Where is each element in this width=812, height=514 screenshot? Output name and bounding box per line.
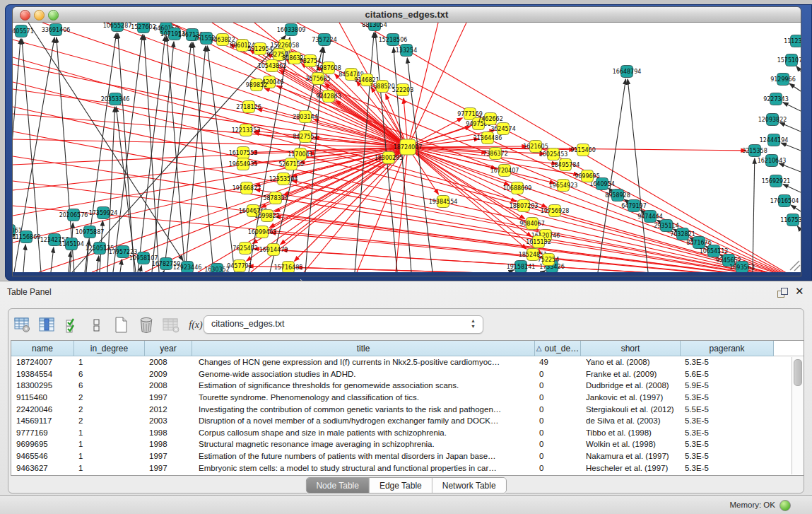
graph-node[interactable]: 10688609 — [503, 182, 532, 194]
graph-node[interactable]: 15751074 — [777, 54, 801, 66]
delete-column-button[interactable] — [136, 315, 156, 335]
scrollbar-thumb[interactable] — [794, 359, 802, 386]
cell-in_degree: 2 — [74, 392, 145, 404]
graph-node[interactable]: 10975887 — [76, 226, 105, 238]
stacked-squares-icon — [93, 317, 101, 333]
graph-node[interactable]: 19384554 — [429, 196, 458, 208]
vertical-scrollbar[interactable] — [792, 357, 803, 474]
cell-short: Wolkin et al. (1998) — [581, 438, 681, 450]
graph-node[interactable]: 9084067 — [519, 218, 545, 230]
toggle-rows-button[interactable] — [87, 315, 107, 335]
cell-title: Corpus callosum shape and size in male p… — [192, 427, 535, 439]
column-header-out_de[interactable]: △out_de… — [535, 341, 581, 356]
cell-short: Nakamura et al. (1997) — [581, 450, 681, 462]
graph-node[interactable]: 17016504 — [770, 195, 799, 207]
table-row[interactable]: 969969511998Structural magnetic resonanc… — [11, 438, 804, 450]
svg-text:17016504: 17016504 — [770, 198, 799, 204]
graph-node[interactable]: 8427552 — [293, 131, 318, 143]
network-canvas[interactable]: 4405571336914061065528715276026460160107… — [13, 23, 801, 272]
graph-node[interactable]: 1527602 — [131, 23, 156, 33]
table-header-row: namein_degreeyeartitle△out_de…shortpager… — [11, 341, 804, 356]
graph-node[interactable]: 2718126 — [236, 101, 261, 113]
graph-node[interactable]: 16914479 — [259, 244, 288, 256]
svg-text:7632821: 7632821 — [670, 231, 695, 238]
network-window-titlebar[interactable]: citations_edges.txt — [13, 7, 801, 23]
svg-text:20206576: 20206576 — [59, 212, 88, 218]
svg-text:2987608: 2987608 — [316, 65, 341, 71]
create-column-button[interactable] — [112, 315, 131, 335]
svg-text:20353346: 20353346 — [101, 96, 130, 103]
graph-node[interactable]: 16648794 — [613, 66, 642, 78]
graph-node[interactable]: 9129966 — [770, 74, 796, 86]
table-row[interactable]: 1872400712008Changes of HCN gene express… — [11, 356, 804, 368]
graph-node[interactable]: 15716485 — [274, 262, 303, 273]
tab-node-table[interactable]: Node Table — [306, 478, 370, 493]
svg-text:19654935: 19654935 — [229, 161, 258, 168]
graph-node[interactable]: 16107553 — [229, 147, 258, 159]
tab-edge-table[interactable]: Edge Table — [370, 478, 433, 493]
svg-text:16914479: 16914479 — [259, 247, 288, 253]
table-select-dropdown[interactable]: citations_edges.txt ▲▼ — [204, 315, 483, 334]
graph-node[interactable]: 7357224 — [312, 34, 337, 46]
svg-text:19384554: 19384554 — [429, 199, 458, 205]
svg-text:17359924: 17359924 — [89, 210, 118, 216]
cell-pagerank: 5.3E-5 — [681, 427, 774, 439]
column-header-year[interactable]: year — [145, 341, 192, 356]
svg-text:8813054: 8813054 — [362, 23, 387, 28]
column-header-title[interactable]: title — [192, 341, 535, 356]
cell-pagerank: 5.3E-5 — [681, 392, 774, 404]
graph-node[interactable]: 9115460 — [570, 144, 596, 156]
network-window-frame: citations_edges.txt 44055713369140610655… — [5, 4, 812, 281]
graph-node[interactable]: 3215358 — [742, 145, 767, 157]
graph-node[interactable]: 10655287 — [103, 23, 132, 32]
cell-pagerank: 5.3E-5 — [681, 450, 774, 462]
svg-text:10975887: 10975887 — [76, 229, 105, 235]
column-header-in_degree[interactable]: in_degree — [74, 341, 145, 356]
column-header-short[interactable]: short — [581, 341, 681, 356]
graph-node[interactable]: 5878334 — [263, 192, 288, 204]
table-row[interactable]: 2242004622012Investigating the contribut… — [11, 403, 804, 415]
graph-node[interactable]: 3675685 — [305, 73, 331, 85]
table-row[interactable]: 1938455462009Genome-wide association stu… — [11, 368, 804, 380]
column-header-pagerank[interactable]: pagerank — [681, 341, 774, 356]
delete-table-button[interactable] — [161, 315, 181, 335]
show-columns-button[interactable] — [37, 315, 57, 335]
node-table[interactable]: namein_degreeyeartitle△out_de…shortpager… — [11, 340, 804, 476]
graph-node[interactable]: 16033809 — [277, 24, 306, 36]
table-row[interactable]: 946554611997Estimation of the future num… — [11, 450, 804, 462]
graph-node[interactable]: 20353346 — [101, 93, 130, 105]
table-panel-body: f(x) citations_edges.txt ▲▼ namein_degre… — [8, 308, 804, 493]
svg-text:19158141: 19158141 — [507, 264, 536, 270]
graph-node[interactable]: 1167533 — [780, 214, 801, 226]
table-mode-button[interactable] — [13, 315, 33, 335]
column-header-name[interactable]: name — [11, 341, 74, 356]
graph-node[interactable]: 18495784 — [551, 159, 580, 171]
citation-network-graph[interactable]: 4405571336914061065528715276026460160107… — [13, 23, 801, 272]
cell-in_degree: 1 — [74, 438, 145, 450]
graph-node[interactable]: 8813054 — [362, 23, 387, 31]
table-row[interactable]: 1456911722003Disruption of a novel membe… — [11, 415, 804, 427]
svg-text:7462662: 7462662 — [478, 116, 503, 122]
table-row[interactable]: 911546021997Tourette syndrome. Phenomeno… — [11, 392, 804, 404]
svg-text:9227343: 9227343 — [763, 96, 789, 103]
function-builder-button[interactable]: f(x) — [186, 315, 206, 335]
close-panel-icon[interactable]: ✕ — [795, 285, 804, 298]
graph-node[interactable]: 2803144 — [293, 111, 318, 123]
table-row[interactable]: 946362711997Embryonic stem cells: a mode… — [11, 462, 804, 474]
svg-text:16033809: 16033809 — [277, 27, 306, 33]
svg-text:15218506: 15218506 — [379, 37, 408, 43]
tab-network-table[interactable]: Network Table — [433, 478, 506, 493]
table-row[interactable]: 977716911998Corpus callosum shape and si… — [11, 427, 804, 439]
graph-node[interactable]: 8958928 — [605, 189, 630, 201]
graph-node[interactable]: 9457791 — [227, 260, 252, 272]
graph-node[interactable]: 1112334 — [784, 35, 801, 47]
svg-text:1699822: 1699822 — [254, 213, 280, 219]
table-row[interactable]: 1830029562008Estimation of significance … — [11, 380, 804, 392]
graph-node[interactable]: 19158141 — [507, 261, 536, 273]
svg-text:10654112: 10654112 — [700, 248, 729, 255]
svg-text:1630352: 1630352 — [204, 267, 230, 272]
graph-node[interactable]: 33691406 — [42, 24, 71, 36]
graph-node[interactable]: 1630352 — [204, 264, 230, 273]
select-all-button[interactable] — [62, 315, 82, 335]
float-panel-icon[interactable] — [777, 288, 789, 298]
